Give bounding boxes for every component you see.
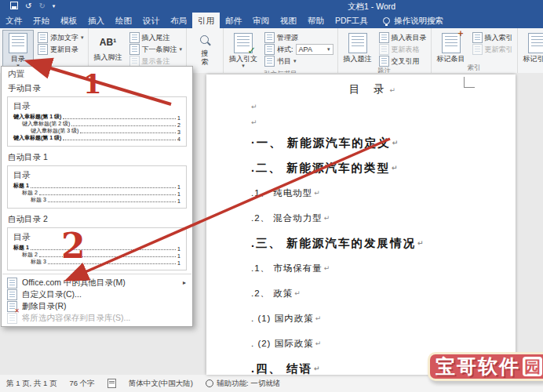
chevron-down-icon: ▾ — [327, 46, 330, 53]
doc-title: 目 录↵ — [251, 80, 494, 99]
language-indicator[interactable]: 简体中文(中国大陆) — [129, 379, 193, 389]
captions-group: 插入题注 插入表目录更新表格交叉引用 题注 — [338, 28, 432, 73]
toc-preview-title: 目录 — [13, 231, 180, 243]
gallery-section-label: 手动目录 — [2, 81, 192, 96]
customize-qat-button[interactable]: ▾ — [53, 4, 56, 9]
tab-12[interactable]: PDF工具 — [330, 13, 374, 28]
insert-citation-button[interactable]: 插入引文 ▾ — [226, 30, 261, 70]
doc-line: .1、 纯电动型↵ — [251, 180, 494, 205]
insert-footnote-button[interactable]: AB¹ 插入脚注 — [91, 30, 126, 67]
toc-style-card[interactable]: 目录标题 11标题 21标题 31 — [7, 227, 187, 270]
menu-item[interactable]: 自定义目录(C)... — [2, 289, 192, 300]
mark-entry-button[interactable]: 标记条目 — [434, 30, 468, 64]
ribbon-button: 更新索引 — [471, 44, 515, 55]
ribbon-button[interactable]: 管理源 — [263, 32, 335, 43]
update-index-icon — [472, 44, 483, 55]
ribbon-tab-bar: 文件开始模板插入绘图设计布局引用邮件审阅视图帮助PDF工具 操作说明搜索 — [0, 13, 543, 28]
paragraph-mark: ↵ — [251, 118, 257, 126]
doc-lines: ↵↵·一、 新能源汽车的定义↵.二、 新能源汽车的类型↵.1、 纯电动型↵.2、… — [251, 99, 494, 381]
bibliography-icon — [264, 56, 275, 67]
tab-6[interactable]: 布局 — [165, 13, 192, 28]
table-of-authorities-group: 标记引文 插入引文目录更新引文目录 引文目录 — [518, 28, 543, 73]
chevron-down-icon: ▾ — [242, 63, 245, 69]
tab-8[interactable]: 邮件 — [220, 13, 247, 28]
submenu-arrow-icon: ▸ — [183, 279, 186, 286]
window-title: 文档1 - Word — [348, 0, 395, 13]
toc-preview-row: 键入章标题(第 1 级)4 — [13, 135, 180, 142]
ribbon-button[interactable]: 插入表目录 — [377, 32, 428, 43]
save-button[interactable] — [10, 2, 18, 11]
document-page[interactable]: 目 录↵ ↵↵·一、 新能源汽车的定义↵.二、 新能源汽车的类型↵.1、 纯电动… — [206, 74, 516, 375]
paragraph-mark: ↵ — [314, 189, 320, 197]
chevron-down-icon: ▾ — [293, 58, 297, 64]
doc-line: .2、 混合动力型↵ — [251, 205, 494, 230]
ribbon-button[interactable]: 插入尾注 — [128, 32, 184, 43]
page-indicator[interactable]: 第 1 页, 共 1 页 — [6, 379, 56, 389]
paragraph-mark: ↵ — [314, 365, 320, 372]
paragraph-mark: ↵ — [294, 289, 301, 297]
insert-citation-icon — [234, 33, 253, 53]
paragraph-mark: ↵ — [390, 86, 396, 94]
insert-table-of-figures-icon — [379, 32, 389, 43]
paragraph-mark: ↵ — [315, 339, 322, 347]
ribbon-button: 更新表格 — [377, 44, 428, 55]
ribbon-tabs: 文件开始模板插入绘图设计布局引用邮件审阅视图帮助PDF工具 — [0, 13, 374, 28]
tab-0[interactable]: 文件 — [0, 13, 27, 28]
table-of-contents-button[interactable]: 目录 ▾ — [2, 30, 34, 70]
update-table-icon — [379, 44, 389, 55]
show-notes-icon — [129, 56, 140, 67]
tell-me-search[interactable]: 操作说明搜索 — [383, 13, 443, 28]
toc-icon — [9, 33, 27, 53]
remove-toc-icon — [7, 301, 17, 312]
style-select[interactable]: APA▾ — [296, 44, 333, 55]
tab-7[interactable]: 引用 — [192, 13, 220, 28]
doc-line: . (1) 国内政策↵ — [251, 306, 494, 331]
tab-1[interactable]: 开始 — [27, 13, 55, 28]
word-window: ↺ ↻ ▾ 文档1 - Word 文件开始模板插入绘图设计布局引用邮件审阅视图帮… — [0, 0, 543, 392]
paragraph-mark: ↵ — [324, 214, 330, 222]
ribbon-button: 显示备注 — [128, 56, 184, 67]
ribbon-button[interactable]: 插入索引 — [471, 32, 515, 43]
word-count[interactable]: 76 个字 — [69, 379, 94, 389]
undo-button[interactable]: ↺ — [25, 2, 31, 10]
gallery-section-label: 自动目录 1 — [2, 150, 192, 165]
more-toc-gallery-icon — [7, 278, 17, 289]
mark-citation-icon — [528, 33, 543, 53]
search-button[interactable]: 搜索 — [189, 30, 220, 67]
tab-11[interactable]: 帮助 — [302, 13, 330, 28]
redo-button[interactable]: ↻ — [38, 2, 45, 10]
tab-4[interactable]: 绘图 — [110, 13, 137, 28]
doc-line: .2、 政策↵ — [251, 281, 494, 306]
toc-preview-row: 标题 31 — [13, 259, 180, 266]
toc-menu: Office.com 中的其他目录(M)▸自定义目录(C)...删除目录(R)将… — [2, 277, 192, 324]
paragraph-mark: ↵ — [417, 239, 424, 247]
menu-item[interactable]: 删除目录(R) — [2, 300, 192, 312]
doc-line: .三、 新能源汽车的发展情况↵ — [251, 230, 494, 256]
insert-caption-icon — [348, 33, 367, 53]
toc-style-card[interactable]: 目录标题 11标题 21标题 31 — [7, 165, 187, 209]
insert-caption-button[interactable]: 插入题注 — [341, 30, 375, 67]
ribbon-button[interactable]: 添加文字▾ — [36, 32, 86, 43]
menu-separator — [2, 274, 191, 274]
toc-gallery-dropdown: 内置 手动目录目录键入章标题(第 1 级)1键入章标题(第 2 级)2键入章标题… — [1, 66, 193, 327]
paragraph-mark: ↵ — [392, 164, 398, 172]
ribbon-button[interactable]: 下一条脚注▾ — [128, 44, 184, 55]
ribbon-button[interactable]: 样式:APA▾ — [263, 44, 335, 55]
tab-5[interactable]: 设计 — [137, 13, 165, 28]
ribbon-button[interactable]: 书目▾ — [263, 56, 335, 67]
tab-9[interactable]: 审阅 — [247, 13, 275, 28]
menu-item[interactable]: Office.com 中的其他目录(M)▸ — [2, 277, 192, 289]
ribbon-button[interactable]: 交叉引用 — [377, 56, 428, 67]
search-icon — [199, 34, 211, 49]
ribbon-button[interactable]: 更新目录 — [36, 44, 86, 55]
toc-style-card[interactable]: 目录键入章标题(第 1 级)1键入章标题(第 2 级)2键入章标题(第 3 级)… — [7, 96, 187, 147]
group-label-authorities: 引文目录 — [520, 64, 543, 73]
tab-3[interactable]: 插入 — [82, 13, 110, 28]
mark-citation-button[interactable]: 标记引文 — [520, 30, 543, 64]
tab-10[interactable]: 视图 — [275, 13, 302, 28]
toc-preview-row: 标题 11 — [13, 183, 180, 190]
tab-2[interactable]: 模板 — [55, 13, 82, 28]
toc-preview-row: 标题 31 — [13, 197, 180, 204]
doc-line: .1、 市场保有量↵ — [251, 256, 494, 281]
proofing-icon[interactable] — [108, 379, 116, 388]
